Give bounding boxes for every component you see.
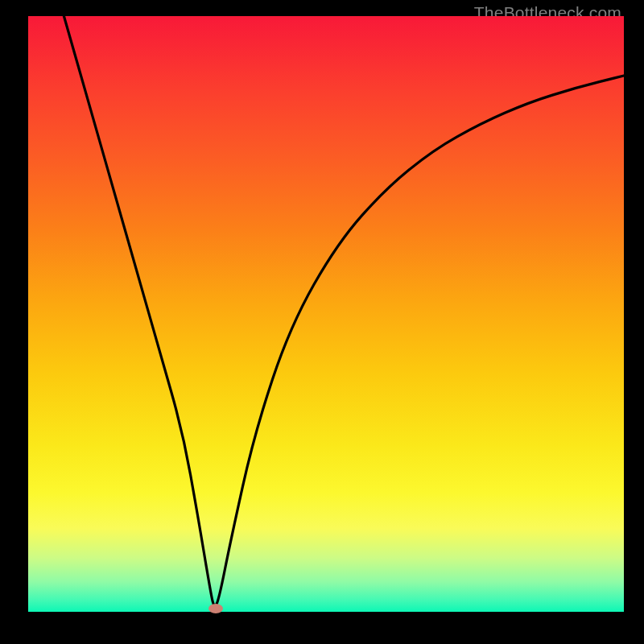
chart-frame: TheBottleneck.com [0, 0, 644, 644]
plot-area [28, 16, 624, 612]
curve-svg [28, 16, 624, 612]
optimum-marker [208, 604, 223, 613]
bottleneck-curve [64, 16, 624, 605]
